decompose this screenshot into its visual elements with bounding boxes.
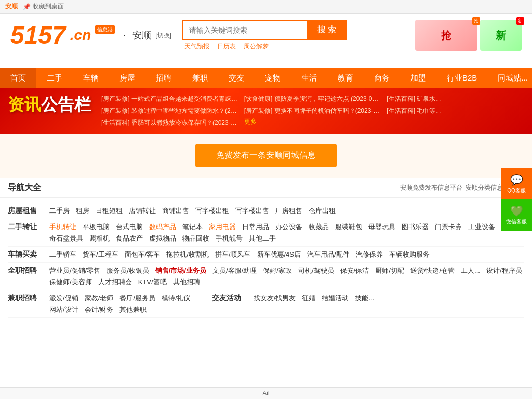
- link-sales-market[interactable]: 销售/市场/业务员: [155, 266, 206, 275]
- link-other-jobs[interactable]: 其他招聘: [173, 277, 200, 287]
- link-designer[interactable]: 设计/程序员: [486, 266, 522, 275]
- link-wedding-activity[interactable]: 结婚活动: [322, 294, 349, 303]
- link-security[interactable]: 保安/保洁: [340, 266, 369, 275]
- nav-item-franchise[interactable]: 加盟: [400, 68, 436, 88]
- link-tickets[interactable]: 门票卡券: [435, 222, 462, 232]
- link-other-parttime[interactable]: 其他兼职: [119, 305, 147, 314]
- link-virtual[interactable]: 虚拟物品: [149, 234, 176, 243]
- link-tablet[interactable]: 平板电脑: [83, 222, 110, 232]
- info-item-1[interactable]: [房产装修] 一站式产品组合越来越受消费者青睐（2...: [101, 94, 239, 104]
- link-accounting[interactable]: 会计/财务: [85, 305, 114, 314]
- nav-item-life[interactable]: 生活: [291, 68, 327, 88]
- link-salesperson[interactable]: 营业员/促销/零售: [49, 266, 100, 275]
- link-rent-house[interactable]: 租房: [76, 206, 89, 216]
- link-shop-sale[interactable]: 商铺出售: [162, 206, 189, 216]
- search-input[interactable]: [182, 20, 307, 40]
- link-factory-rent[interactable]: 厂房租售: [275, 206, 302, 216]
- search-button[interactable]: 搜 索: [307, 20, 347, 40]
- link-truck[interactable]: 货车/工程车: [83, 250, 118, 259]
- link-office-rent[interactable]: 写字楼出租: [195, 206, 229, 216]
- link-baby-toys[interactable]: 母婴玩具: [368, 222, 395, 232]
- link-skills[interactable]: 技能...: [355, 294, 374, 303]
- section-house-rental: 房屋租售 二手房 租房 日租短租 店铺转让 商铺出售 写字楼出租 写字楼出售 厂…: [8, 203, 524, 219]
- link-warehouse-rent[interactable]: 仓库出租: [309, 206, 336, 216]
- link-daily-goods[interactable]: 日常用品: [242, 222, 269, 232]
- info-item-5[interactable]: [房产装修] 更换不同牌子的机油仿车吗？(2023-0...: [244, 105, 382, 116]
- info-item-2[interactable]: [饮食健康] 预防夏季腹泻，牢记这六点 (2023-06-27): [244, 94, 382, 104]
- bookmark-link[interactable]: 📌 收藏到桌面: [23, 2, 64, 11]
- link-tractor[interactable]: 拖拉机/收割机: [166, 250, 209, 259]
- link-van[interactable]: 面包车/客车: [125, 250, 161, 259]
- link-phone-number[interactable]: 手机靓号: [216, 234, 243, 243]
- publish-button[interactable]: 免费发布一条安顺同城信息: [195, 144, 337, 167]
- link-recycle[interactable]: 物品回收: [182, 234, 209, 243]
- link-stones[interactable]: 奇石盆景具: [49, 234, 83, 243]
- link-worker[interactable]: 工人...: [461, 266, 480, 275]
- link-collectibles[interactable]: 收藏品: [309, 222, 329, 232]
- link-web-design[interactable]: 网站/设计: [49, 305, 78, 314]
- link-clothing[interactable]: 服装鞋包: [335, 222, 362, 232]
- link-digital[interactable]: 数码产品: [149, 222, 176, 232]
- link-other-secondhand[interactable]: 其他二手: [249, 234, 276, 243]
- link-secondhand-house[interactable]: 二手房: [49, 206, 70, 216]
- link-marriage[interactable]: 征婚: [302, 294, 315, 303]
- link-beautician[interactable]: 保健师/美容师: [49, 277, 92, 287]
- link-office-sale[interactable]: 写字楼出售: [235, 206, 269, 216]
- link-driver[interactable]: 司机/驾驶员: [298, 266, 334, 275]
- header-link-dream[interactable]: 周公解梦: [244, 42, 269, 51]
- link-new-car[interactable]: 新车优惠/4S店: [257, 250, 301, 259]
- nav-item-jobs[interactable]: 招聘: [145, 68, 182, 88]
- info-item-6[interactable]: [生活百科] 毛巾等...: [387, 105, 524, 116]
- info-item-4[interactable]: [房产装修] 装修过程中哪些地方需要做防水？(202...: [101, 105, 239, 116]
- header-link-calendar[interactable]: 日历表: [217, 42, 236, 51]
- link-short-rent[interactable]: 日租短租: [96, 206, 123, 216]
- nav-item-b2b[interactable]: 行业B2B: [436, 68, 487, 88]
- city-switch[interactable]: [切换]: [155, 31, 171, 40]
- nav-item-parttime[interactable]: 兼职: [182, 68, 218, 88]
- link-tutor[interactable]: 家教/老师: [85, 294, 114, 303]
- link-car-repair[interactable]: 汽修保养: [356, 250, 383, 259]
- section-vehicles: 车辆买卖 二手轿车 货车/工程车 面包车/客车 拖拉机/收割机 拼车/顺风车 新…: [8, 247, 524, 263]
- link-laptop[interactable]: 笔记本: [182, 222, 203, 232]
- link-car-purchase[interactable]: 车辆收购服务: [389, 250, 430, 259]
- link-car-parts[interactable]: 汽车用品/配件: [307, 250, 350, 259]
- link-waiter[interactable]: 服务员/收银员: [107, 266, 149, 275]
- link-carpool[interactable]: 拼车/顺风车: [215, 250, 251, 259]
- nav-item-business[interactable]: 商务: [364, 68, 400, 88]
- info-item-7[interactable]: [生活百科] 香肠可以煮熟放冷冻保存吗？(2023-07...: [101, 117, 239, 128]
- link-shop-transfer[interactable]: 店铺转让: [129, 206, 156, 216]
- link-ktv[interactable]: KTV/酒吧: [138, 277, 167, 287]
- link-model[interactable]: 模特/礼仪: [162, 294, 191, 303]
- link-chef[interactable]: 厨师/切配: [375, 266, 404, 275]
- link-desktop[interactable]: 台式电脑: [116, 222, 143, 232]
- info-more-link[interactable]: 更多: [244, 117, 382, 128]
- wechat-service-button[interactable]: 💚 微信客服: [501, 200, 532, 231]
- link-nanny[interactable]: 保姆/家政: [263, 266, 292, 275]
- link-office-equipment[interactable]: 办公设备: [275, 222, 302, 232]
- link-find-girlfriend[interactable]: 找女友/找男友: [254, 294, 296, 303]
- nav-item-vehicles[interactable]: 车辆: [73, 68, 109, 88]
- nav-item-house[interactable]: 房屋: [109, 68, 145, 88]
- info-item-3[interactable]: [生活百科] 矿泉水...: [387, 94, 524, 104]
- nav-item-home[interactable]: 首页: [0, 68, 36, 88]
- link-books[interactable]: 图书乐器: [402, 222, 429, 232]
- link-distribute[interactable]: 派发/促销: [49, 294, 78, 303]
- link-mobile-transfer[interactable]: 手机转让: [49, 222, 76, 232]
- nav-item-secondhand[interactable]: 二手: [36, 68, 73, 88]
- qq-service-button[interactable]: 💬 QQ客服: [501, 168, 532, 200]
- link-camera[interactable]: 照相机: [89, 234, 110, 243]
- link-clerk[interactable]: 文员/客服/助理: [212, 266, 257, 275]
- link-restaurant[interactable]: 餐厅/服务员: [119, 294, 155, 303]
- link-appliance[interactable]: 家用电器: [209, 222, 236, 232]
- nav-item-local[interactable]: 同城贴...: [487, 68, 532, 88]
- link-industrial[interactable]: 工业设备: [468, 222, 495, 232]
- link-delivery[interactable]: 送货/快递/仓管: [410, 266, 455, 275]
- section-links-parttime: 派发/促销 家教/老师 餐厅/服务员 模特/礼仪 网站/设计 会计/财务 其他兼…: [49, 294, 212, 314]
- nav-item-education[interactable]: 教育: [327, 68, 364, 88]
- nav-item-pets[interactable]: 宠物: [255, 68, 291, 88]
- link-used-car[interactable]: 二手轿车: [49, 250, 76, 259]
- link-job-fair[interactable]: 人才招聘会: [98, 277, 132, 287]
- nav-item-friends[interactable]: 交友: [218, 68, 255, 88]
- header-link-weather[interactable]: 天气预报: [184, 42, 209, 51]
- link-food-agri[interactable]: 食品农产: [116, 234, 143, 243]
